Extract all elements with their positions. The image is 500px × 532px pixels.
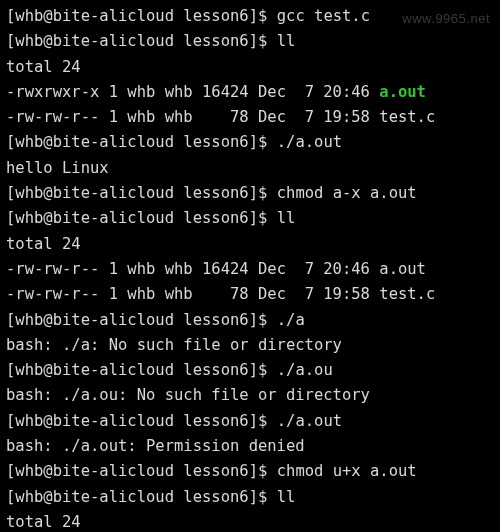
ls-row: -rwxrwxr-x 1 whb whb 16424 Dec 7 20:46 a… [6, 80, 494, 105]
ls-row: -rw-rw-r-- 1 whb whb 78 Dec 7 19:58 test… [6, 105, 494, 130]
output-line: hello Linux [6, 156, 494, 181]
prompt-line[interactable]: [whb@bite-alicloud lesson6]$ ./a.out [6, 409, 494, 434]
prompt-line[interactable]: [whb@bite-alicloud lesson6]$ chmod a-x a… [6, 181, 494, 206]
file-name: test.c [379, 108, 435, 126]
prompt-line[interactable]: [whb@bite-alicloud lesson6]$ ./a [6, 308, 494, 333]
output-line: total 24 [6, 55, 494, 80]
prompt-line[interactable]: [whb@bite-alicloud lesson6]$ ll [6, 206, 494, 231]
prompt-line[interactable]: [whb@bite-alicloud lesson6]$ ./a.out [6, 130, 494, 155]
prompt-line[interactable]: [whb@bite-alicloud lesson6]$ chmod u+x a… [6, 459, 494, 484]
command-text: ./a [277, 311, 305, 329]
output-line: total 24 [6, 232, 494, 257]
file-name: a.out [379, 260, 426, 278]
ls-row: -rw-rw-r-- 1 whb whb 78 Dec 7 19:58 test… [6, 282, 494, 307]
command-text: ll [277, 488, 296, 506]
command-text: ll [277, 32, 296, 50]
command-text: ./a.out [277, 412, 342, 430]
prompt-line[interactable]: [whb@bite-alicloud lesson6]$ ./a.ou [6, 358, 494, 383]
file-name: test.c [379, 285, 435, 303]
command-text: gcc test.c [277, 7, 370, 25]
ls-row: -rw-rw-r-- 1 whb whb 16424 Dec 7 20:46 a… [6, 257, 494, 282]
command-text: chmod a-x a.out [277, 184, 417, 202]
prompt-line[interactable]: [whb@bite-alicloud lesson6]$ ll [6, 485, 494, 510]
command-text: ll [277, 209, 296, 227]
prompt-line[interactable]: [whb@bite-alicloud lesson6]$ ll [6, 29, 494, 54]
output-line: bash: ./a: No such file or directory [6, 333, 494, 358]
output-line: total 24 [6, 510, 494, 532]
output-line: bash: ./a.ou: No such file or directory [6, 383, 494, 408]
command-text: ./a.out [277, 133, 342, 151]
command-text: chmod u+x a.out [277, 462, 417, 480]
terminal-output: [whb@bite-alicloud lesson6]$ gcc test.c[… [0, 0, 500, 532]
output-line: bash: ./a.out: Permission denied [6, 434, 494, 459]
file-name: a.out [379, 83, 426, 101]
command-text: ./a.ou [277, 361, 333, 379]
watermark-top: www.9965.net [402, 6, 490, 31]
